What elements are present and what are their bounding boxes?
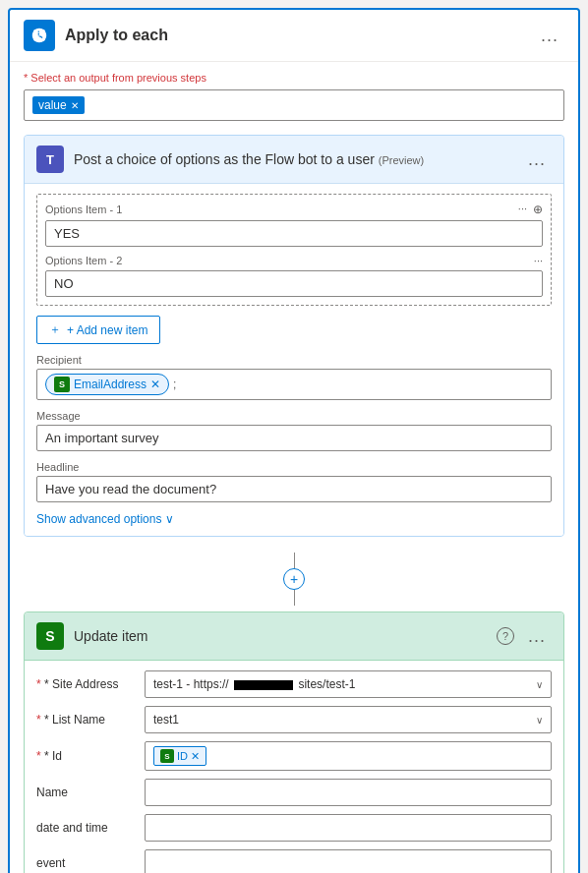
options-item-1-header: Options Item - 1 ··· ⊕ — [45, 203, 543, 216]
options-item-1-more[interactable]: ··· — [518, 203, 527, 216]
name-row: Name — [36, 779, 552, 806]
recipient-label: Recipient — [36, 354, 552, 366]
list-name-input[interactable]: test1 ∨ — [145, 706, 552, 733]
teams-action-header: T Post a choice of options as the Flow b… — [25, 136, 563, 184]
headline-row: Headline — [36, 461, 552, 502]
options-group: Options Item - 1 ··· ⊕ Options Item - 2 … — [36, 194, 552, 306]
options-item-2-more[interactable]: ··· — [534, 255, 543, 266]
id-tag-icon: S — [160, 749, 174, 763]
site-address-label: * * Site Address — [36, 677, 135, 691]
loop-icon — [30, 27, 48, 44]
apply-each-header: Apply to each ... — [10, 10, 578, 62]
remove-id-tag[interactable]: ✕ — [191, 750, 200, 763]
update-action-title: Update item — [74, 628, 497, 644]
message-row: Message — [36, 410, 552, 451]
update-item-card: S Update item ? ... * * Site Address tes… — [24, 611, 564, 873]
teams-action-buttons: ... — [522, 147, 552, 172]
date-time-label: date and time — [36, 821, 135, 835]
teams-more-options[interactable]: ... — [522, 147, 552, 172]
options-item-2-header: Options Item - 2 ··· — [45, 255, 543, 266]
name-input[interactable] — [145, 779, 552, 806]
recipient-input[interactable]: S EmailAddress ✕ ; — [36, 369, 552, 400]
help-button[interactable]: ? — [497, 627, 514, 645]
message-label: Message — [36, 410, 552, 422]
add-action-button[interactable]: + — [283, 568, 305, 590]
sharepoint-chip-icon: S — [54, 377, 70, 392]
headline-label: Headline — [36, 461, 552, 473]
value-tag[interactable]: value ✕ — [32, 96, 85, 114]
teams-show-advanced[interactable]: Show advanced options ∨ — [36, 512, 552, 526]
select-output-section: * Select an output from previous steps v… — [10, 62, 578, 135]
output-tag-input[interactable]: value ✕ — [24, 89, 564, 121]
teams-icon: T — [36, 146, 64, 173]
options-item-1-input[interactable] — [45, 220, 543, 247]
teams-action-card: T Post a choice of options as the Flow b… — [24, 135, 564, 537]
message-input[interactable] — [36, 425, 552, 451]
apply-each-container: Apply to each ... * Select an output fro… — [8, 8, 580, 873]
teams-action-body: Options Item - 1 ··· ⊕ Options Item - 2 … — [25, 184, 563, 536]
options-item-2-actions: ··· — [534, 255, 543, 266]
site-address-row: * * Site Address test-1 - https:// sites… — [36, 670, 552, 698]
id-row: * * Id S ID ✕ — [36, 741, 552, 771]
id-label: * * Id — [36, 749, 135, 763]
connector-line-bottom — [294, 590, 295, 606]
apply-each-icon — [24, 20, 55, 51]
name-label: Name — [36, 786, 135, 799]
add-new-item-button[interactable]: ＋ + Add new item — [36, 316, 160, 344]
select-output-label: * Select an output from previous steps — [24, 72, 564, 84]
connector: + — [10, 547, 578, 611]
connector-wrapper: + — [283, 553, 305, 606]
update-action-header: S Update item ? ... — [25, 612, 563, 661]
redacted-url — [234, 680, 293, 690]
apply-each-title: Apply to each — [65, 27, 535, 44]
apply-each-more-options[interactable]: ... — [535, 24, 564, 48]
teams-action-title: Post a choice of options as the Flow bot… — [74, 151, 522, 167]
remove-value-tag[interactable]: ✕ — [71, 100, 79, 111]
options-item-2-label: Options Item - 2 — [45, 255, 122, 266]
list-name-label: * * List Name — [36, 713, 135, 727]
update-action-body: * * Site Address test-1 - https:// sites… — [25, 661, 563, 873]
id-input[interactable]: S ID ✕ — [145, 741, 552, 771]
date-time-input[interactable] — [145, 814, 552, 842]
sharepoint-icon: S — [36, 622, 64, 650]
event-label: event — [36, 856, 135, 870]
email-address-chip[interactable]: S EmailAddress ✕ — [45, 374, 169, 395]
chevron-down-icon: ∨ — [165, 512, 174, 526]
options-item-1-actions: ··· ⊕ — [518, 203, 543, 216]
site-address-input[interactable]: test-1 - https:// sites/test-1 ∨ — [145, 670, 552, 698]
options-item-1-copy[interactable]: ⊕ — [533, 203, 543, 216]
site-address-dropdown-arrow[interactable]: ∨ — [536, 679, 543, 690]
event-row: event — [36, 849, 552, 873]
connector-line-top — [294, 553, 295, 568]
headline-input[interactable] — [36, 476, 552, 502]
options-item-2-input[interactable] — [45, 270, 543, 297]
list-name-dropdown-arrow[interactable]: ∨ — [536, 715, 543, 726]
event-input[interactable] — [145, 849, 552, 873]
id-tag[interactable]: S ID ✕ — [153, 746, 206, 766]
list-name-row: * * List Name test1 ∨ — [36, 706, 552, 733]
add-icon: ＋ — [49, 321, 61, 338]
recipient-row: Recipient S EmailAddress ✕ ; — [36, 354, 552, 400]
date-time-row: date and time — [36, 814, 552, 842]
update-more-options[interactable]: ... — [522, 624, 552, 649]
remove-recipient-chip[interactable]: ✕ — [150, 378, 160, 391]
options-item-1-label: Options Item - 1 — [45, 204, 122, 215]
